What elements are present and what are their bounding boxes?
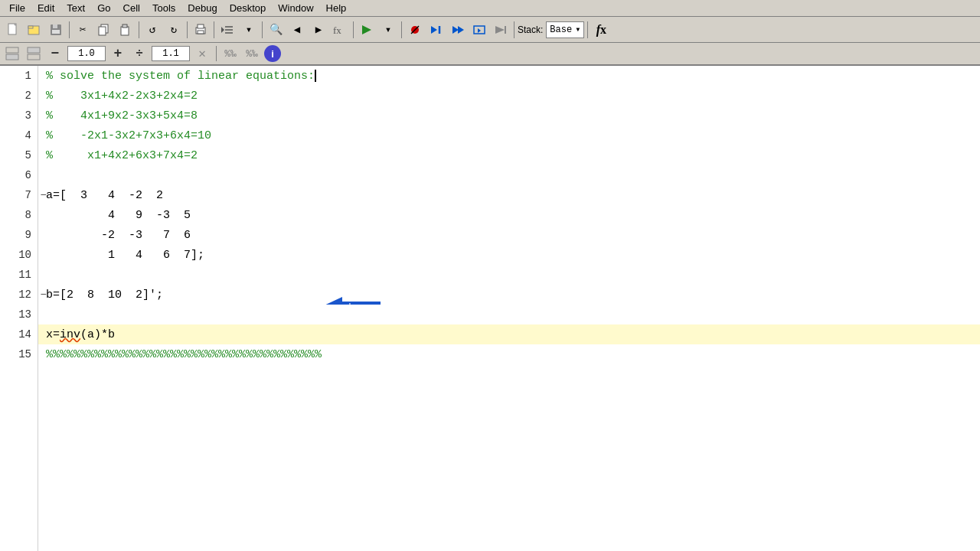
line-number-10: 10 bbox=[0, 245, 38, 265]
menu-window[interactable]: Window bbox=[272, 1, 319, 15]
svg-marker-27 bbox=[478, 28, 481, 33]
svg-marker-19 bbox=[362, 25, 371, 34]
function-button[interactable]: fx bbox=[330, 20, 350, 40]
stack-label: Stack: bbox=[518, 24, 543, 35]
code-line-2[interactable]: % 3x1+4x2-2x3+2x4=2 bbox=[38, 86, 980, 106]
svg-rect-9 bbox=[121, 27, 129, 35]
close-section-button[interactable]: ✕ bbox=[193, 44, 211, 63]
breakpoint-button[interactable] bbox=[405, 20, 425, 40]
step-in-button[interactable] bbox=[448, 20, 468, 40]
indent-dropdown[interactable]: ▾ bbox=[239, 20, 259, 40]
svg-marker-28 bbox=[495, 26, 505, 34]
svg-rect-3 bbox=[28, 26, 33, 28]
code-line-8[interactable]: 4 9 -3 5 bbox=[38, 205, 980, 225]
redo-button[interactable]: ↻ bbox=[164, 20, 184, 40]
line-8-text: 4 9 -3 5 bbox=[46, 209, 191, 222]
run-dropdown[interactable]: ▾ bbox=[378, 20, 398, 40]
code-line-10[interactable]: 1 4 6 7]; bbox=[38, 245, 980, 265]
new-file-button[interactable] bbox=[3, 20, 23, 40]
forward-button[interactable]: ▶ bbox=[309, 20, 328, 40]
open-file-button[interactable] bbox=[24, 20, 44, 40]
separator-3 bbox=[187, 21, 188, 38]
info-button[interactable]: i bbox=[264, 45, 281, 62]
code-line-12[interactable]: b=[2 8 10 2]'; | bbox=[38, 285, 980, 305]
cut-button[interactable]: ✂ bbox=[73, 20, 93, 40]
code-line-1[interactable]: % solve the system of linear equations: bbox=[38, 66, 980, 86]
line-7-text: a=[ 3 4 -2 2 bbox=[46, 189, 163, 202]
line-number-5: 5 bbox=[0, 145, 38, 165]
code-line-9[interactable]: -2 -3 7 6 bbox=[38, 225, 980, 245]
code-line-7[interactable]: a=[ 3 4 -2 2 bbox=[38, 185, 980, 205]
minus-button[interactable]: − bbox=[46, 44, 64, 63]
separator-9 bbox=[587, 21, 588, 38]
menu-help[interactable]: Help bbox=[320, 1, 353, 15]
save-button[interactable] bbox=[46, 20, 66, 40]
eval-section-button[interactable]: %‰ bbox=[221, 44, 240, 63]
line-number-9: 9 bbox=[0, 225, 38, 245]
add-cell-above-button[interactable] bbox=[3, 44, 21, 63]
line-number-2: 2 bbox=[0, 86, 38, 106]
menu-go[interactable]: Go bbox=[91, 1, 116, 15]
step-out-button[interactable] bbox=[469, 20, 489, 40]
blue-arrow-annotation: | bbox=[264, 284, 325, 305]
svg-rect-10 bbox=[122, 24, 127, 28]
code-line-14[interactable]: x=inv(a)*b bbox=[38, 324, 980, 344]
line-5-text: % x1+4x2+6x3+7x4=2 bbox=[46, 149, 198, 162]
menu-bar: File Edit Text Go Cell Tools Debug Deskt… bbox=[0, 0, 980, 17]
add-cell-below-button[interactable] bbox=[24, 44, 43, 63]
separator-1 bbox=[69, 21, 70, 38]
line-9-text: -2 -3 7 6 bbox=[46, 229, 191, 242]
toolbar2-separator-1 bbox=[216, 46, 217, 61]
svg-rect-6 bbox=[52, 30, 60, 34]
svg-rect-12 bbox=[198, 24, 204, 28]
indent-button[interactable] bbox=[217, 20, 237, 40]
menu-desktop[interactable]: Desktop bbox=[224, 1, 273, 15]
code-area[interactable]: % solve the system of linear equations: … bbox=[38, 66, 980, 551]
code-line-4[interactable]: % -2x1-3x2+7x3+6x4=10 bbox=[38, 126, 980, 145]
line-numbers: 1 2 3 4 5 6 7− 8 9 10 11 12− 13 14− 15 bbox=[0, 66, 38, 551]
back-button[interactable]: ◀ bbox=[287, 20, 307, 40]
separator-6 bbox=[353, 21, 354, 38]
code-line-15[interactable]: %%%%%%%%%%%%%%%%%%%%%%%%%%%%%%%%%%%%%%%% bbox=[38, 344, 980, 364]
plus-button[interactable]: + bbox=[109, 44, 127, 63]
undo-button[interactable]: ↺ bbox=[142, 20, 162, 40]
search-button[interactable]: 🔍 bbox=[266, 20, 286, 40]
line-number-12: 12− bbox=[0, 285, 38, 305]
line-number-4: 4 bbox=[0, 126, 38, 145]
menu-tools[interactable]: Tools bbox=[146, 1, 181, 15]
code-line-6[interactable] bbox=[38, 165, 980, 185]
editor-area: 1 2 3 4 5 6 7− 8 9 10 11 12− 13 14− 15 %… bbox=[0, 66, 980, 551]
svg-marker-25 bbox=[458, 26, 464, 34]
code-line-3[interactable]: % 4x1+9x2-3x3+5x4=8 bbox=[38, 106, 980, 126]
line-number-6: 6 bbox=[0, 165, 38, 185]
value-input-2[interactable] bbox=[152, 46, 190, 61]
code-line-11[interactable] bbox=[38, 265, 980, 285]
fx-button[interactable]: fx bbox=[591, 20, 611, 40]
line-12-text: b=[2 8 10 2]'; bbox=[46, 289, 163, 302]
separator-4 bbox=[214, 21, 214, 38]
step-button[interactable] bbox=[426, 20, 446, 40]
divide-button[interactable]: ÷ bbox=[130, 44, 149, 63]
menu-debug[interactable]: Debug bbox=[181, 1, 223, 15]
line-number-15: 15 bbox=[0, 344, 38, 364]
paste-button[interactable] bbox=[116, 20, 136, 40]
svg-rect-33 bbox=[28, 54, 40, 60]
stack-dropdown[interactable]: Base ▾ bbox=[546, 21, 584, 38]
line-4-text: % -2x1-3x2+7x3+6x4=10 bbox=[46, 129, 211, 142]
code-line-13[interactable] bbox=[38, 305, 980, 324]
menu-cell[interactable]: Cell bbox=[117, 1, 146, 15]
eval-all-button[interactable]: %‰ bbox=[243, 44, 261, 63]
copy-button[interactable] bbox=[94, 20, 114, 40]
run-button[interactable] bbox=[357, 20, 377, 40]
separator-8 bbox=[514, 21, 514, 38]
line-14-rest: (a)*b bbox=[80, 328, 115, 341]
svg-text:fx: fx bbox=[333, 24, 341, 36]
print-button[interactable] bbox=[191, 20, 211, 40]
menu-edit[interactable]: Edit bbox=[31, 1, 60, 15]
value-input-1[interactable] bbox=[67, 46, 106, 61]
line-10-text: 1 4 6 7]; bbox=[46, 249, 204, 262]
menu-file[interactable]: File bbox=[3, 1, 31, 15]
continue-button[interactable] bbox=[491, 20, 511, 40]
code-line-5[interactable]: % x1+4x2+6x3+7x4=2 bbox=[38, 145, 980, 165]
menu-text[interactable]: Text bbox=[60, 1, 91, 15]
